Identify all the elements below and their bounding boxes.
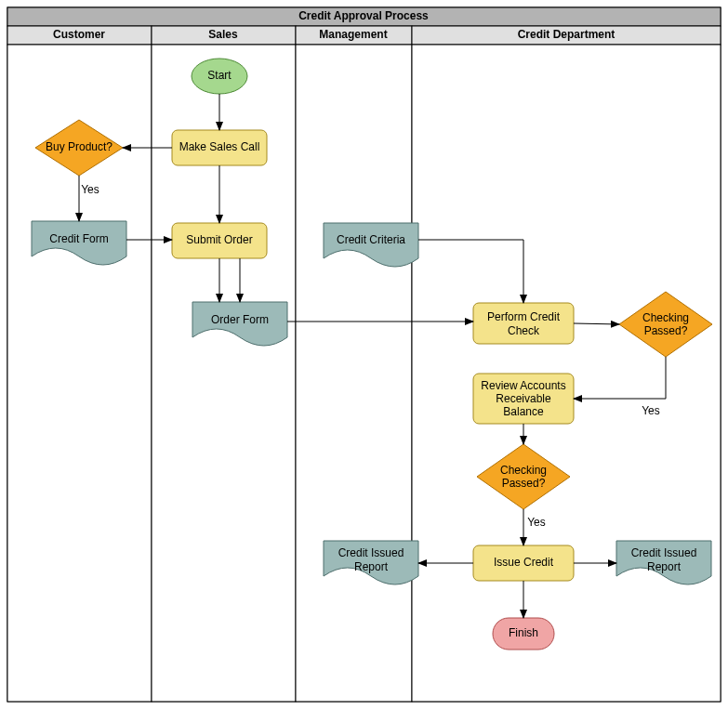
svg-text:Start: Start — [207, 69, 232, 82]
svg-text:Issue Credit: Issue Credit — [494, 556, 554, 569]
svg-text:Report: Report — [647, 560, 682, 573]
submit-order-node: Submit Order — [172, 223, 267, 258]
svg-rect-7 — [296, 45, 412, 702]
edge-yes-1: Yes — [81, 183, 99, 196]
lane-credit-label: Credit Department — [518, 28, 615, 41]
svg-text:Credit Criteria: Credit Criteria — [337, 233, 405, 246]
svg-text:Credit Form: Credit Form — [49, 232, 108, 245]
edge-yes-2: Yes — [642, 404, 660, 417]
svg-text:Passed?: Passed? — [644, 324, 688, 337]
svg-text:Passed?: Passed? — [502, 477, 546, 490]
swimlane-diagram: Credit Approval Process Customer Sales M… — [0, 0, 728, 709]
svg-text:Check: Check — [508, 324, 540, 337]
svg-text:Receivable: Receivable — [496, 392, 551, 405]
svg-text:Submit Order: Submit Order — [186, 233, 252, 246]
svg-text:Buy Product?: Buy Product? — [46, 140, 113, 153]
svg-text:Balance: Balance — [503, 405, 544, 418]
lane-management-label: Management — [319, 28, 387, 41]
svg-text:Credit Issued: Credit Issued — [338, 546, 404, 559]
svg-text:Perform Credit: Perform Credit — [487, 310, 561, 323]
svg-text:Make Sales Call: Make Sales Call — [179, 140, 260, 153]
edge-yes-3: Yes — [527, 516, 546, 529]
svg-text:Checking: Checking — [500, 464, 547, 477]
svg-text:Order Form: Order Form — [211, 313, 269, 326]
svg-text:Finish: Finish — [509, 626, 538, 639]
review-arb-node: Review Accounts Receivable Balance — [473, 374, 574, 424]
make-sales-call-node: Make Sales Call — [172, 130, 267, 165]
svg-text:Report: Report — [354, 560, 389, 573]
issue-credit-node: Issue Credit — [473, 545, 574, 581]
finish-node: Finish — [493, 618, 554, 650]
svg-text:Review Accounts: Review Accounts — [481, 379, 565, 392]
lane-headers: Customer Sales Management Credit Departm… — [7, 26, 721, 45]
perform-credit-check-node: Perform Credit Check — [473, 303, 574, 344]
lane-sales-label: Sales — [208, 28, 238, 41]
diagram-title: Credit Approval Process — [298, 9, 429, 22]
lane-customer-label: Customer — [53, 28, 105, 41]
svg-text:Credit Issued: Credit Issued — [631, 546, 697, 559]
svg-text:Checking: Checking — [642, 311, 689, 324]
start-node: Start — [192, 59, 247, 94]
